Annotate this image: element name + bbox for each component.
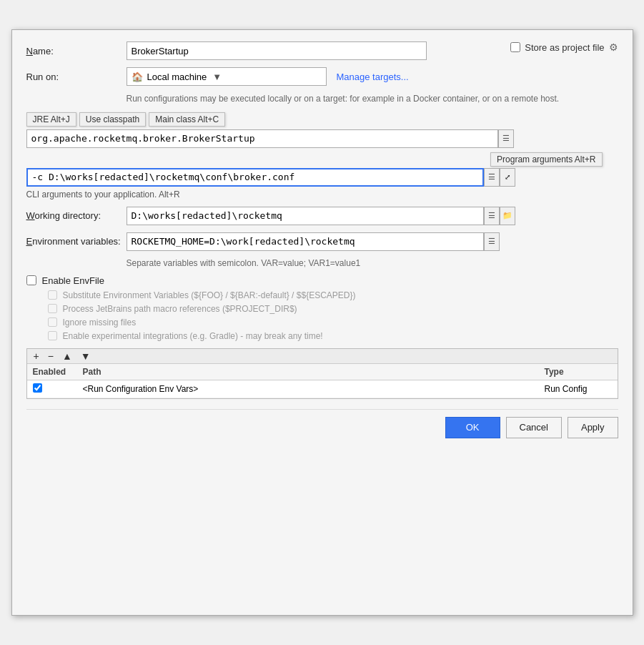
store-as-project-checkbox[interactable] bbox=[510, 42, 520, 52]
prog-args-browse-btn[interactable]: ☰ bbox=[484, 168, 500, 187]
col-header-path: Path bbox=[77, 364, 539, 380]
sub1-row: Substitute Environment Variables (${FOO}… bbox=[48, 290, 618, 300]
cancel-button[interactable]: Cancel bbox=[506, 417, 562, 438]
local-machine-text: Local machine bbox=[147, 72, 207, 82]
main-class-browse-btn[interactable]: ☰ bbox=[498, 129, 514, 148]
store-row: Store as project file ⚙ bbox=[510, 41, 618, 53]
sub2-label: Process JetBrains path macro references … bbox=[63, 304, 297, 314]
env-vars-browse-btn[interactable]: ☰ bbox=[484, 232, 500, 251]
tooltip-row: JRE Alt+J Use classpath Main class Alt+C bbox=[26, 112, 618, 127]
env-vars-field: ☰ bbox=[127, 232, 500, 251]
house-icon: 🏠 bbox=[132, 72, 143, 82]
run-config-dialog: Store as project file ⚙ Name: Run on: 🏠 … bbox=[11, 29, 633, 616]
row-enabled-checkbox[interactable] bbox=[33, 383, 42, 393]
enable-envfile-row: Enable EnvFile bbox=[26, 275, 618, 286]
store-label: Store as project file bbox=[525, 42, 604, 53]
table-cell-type: Run Config bbox=[539, 381, 618, 397]
prog-args-expand-btn[interactable]: ⤢ bbox=[500, 168, 515, 187]
env-file-table: + − ▲ ▼ Enabled Path Type <Run Configura… bbox=[26, 348, 618, 399]
env-vars-input[interactable] bbox=[127, 232, 484, 251]
working-dir-input[interactable] bbox=[127, 207, 484, 225]
main-class-input[interactable] bbox=[26, 129, 498, 148]
table-cell-path: <Run Configuration Env Vars> bbox=[77, 381, 539, 397]
col-header-type: Type bbox=[539, 364, 618, 380]
use-classpath-tooltip[interactable]: Use classpath bbox=[79, 112, 146, 127]
working-dir-row: Working directory: ☰ 📁 bbox=[26, 207, 618, 225]
enable-envfile-label: Enable EnvFile bbox=[42, 275, 104, 286]
sub1-label: Substitute Environment Variables (${FOO}… bbox=[63, 290, 356, 300]
gear-icon[interactable]: ⚙ bbox=[609, 41, 618, 53]
table-remove-btn[interactable]: − bbox=[46, 351, 56, 361]
sub4-checkbox[interactable] bbox=[48, 331, 57, 340]
table-add-btn[interactable]: + bbox=[31, 351, 41, 361]
hint-text: Run configurations may be executed local… bbox=[127, 93, 618, 105]
run-on-dropdown[interactable]: 🏠 Local machine ▼ bbox=[127, 67, 327, 86]
main-class-row: ☰ bbox=[26, 129, 618, 148]
program-args-row: ☰ ⤢ bbox=[26, 168, 618, 187]
table-header: Enabled Path Type bbox=[27, 364, 618, 380]
name-input[interactable] bbox=[127, 41, 427, 60]
sub3-label: Ignore missing files bbox=[63, 317, 137, 328]
main-class-tooltip[interactable]: Main class Alt+C bbox=[149, 112, 225, 127]
table-toolbar: + − ▲ ▼ bbox=[27, 349, 618, 364]
run-on-row: Run on: 🏠 Local machine ▼ Manage targets… bbox=[26, 67, 618, 86]
working-dir-folder-btn[interactable]: 📁 bbox=[500, 207, 515, 225]
sub2-checkbox[interactable] bbox=[48, 304, 57, 313]
run-on-label: Run on: bbox=[26, 72, 127, 82]
sub3-checkbox[interactable] bbox=[48, 317, 57, 327]
name-label: Name: bbox=[26, 46, 127, 56]
table-move-up-btn[interactable]: ▲ bbox=[60, 351, 74, 361]
sub4-label: Enable experimental integrations (e.g. G… bbox=[63, 331, 323, 341]
ok-button[interactable]: OK bbox=[445, 417, 500, 438]
chevron-down-icon: ▼ bbox=[212, 72, 222, 82]
working-dir-browse-btn[interactable]: ☰ bbox=[484, 207, 500, 225]
sub1-checkbox[interactable] bbox=[48, 290, 57, 300]
sub2-row: Process JetBrains path macro references … bbox=[48, 304, 618, 314]
apply-button[interactable]: Apply bbox=[568, 417, 618, 438]
env-vars-row: Environment variables: ☰ bbox=[26, 232, 618, 251]
table-row[interactable]: <Run Configuration Env Vars> Run Config bbox=[27, 380, 618, 398]
sub4-row: Enable experimental integrations (e.g. G… bbox=[48, 331, 618, 341]
env-vars-label: Environment variables: bbox=[26, 236, 127, 247]
cli-hint: CLI arguments to your application. Alt+R bbox=[26, 189, 618, 200]
sub3-row: Ignore missing files bbox=[48, 317, 618, 328]
col-header-enabled: Enabled bbox=[27, 364, 77, 380]
prog-args-tooltip-row: Program arguments Alt+R bbox=[26, 152, 618, 167]
tooltips-area: JRE Alt+J Use classpath Main class Alt+C bbox=[26, 112, 618, 127]
env-hint: Separate variables with semicolon. VAR=v… bbox=[127, 258, 618, 268]
table-move-down-btn[interactable]: ▼ bbox=[79, 351, 93, 361]
program-args-tooltip[interactable]: Program arguments Alt+R bbox=[490, 152, 602, 167]
working-dir-field: ☰ 📁 bbox=[127, 207, 515, 225]
table-cell-enabled bbox=[27, 380, 77, 398]
bottom-buttons: OK Cancel Apply bbox=[26, 409, 618, 438]
program-args-input[interactable] bbox=[26, 168, 484, 187]
working-dir-label: Working directory: bbox=[26, 210, 127, 221]
enable-envfile-checkbox[interactable] bbox=[26, 275, 36, 285]
manage-targets-link[interactable]: Manage targets... bbox=[337, 72, 409, 82]
jre-tooltip[interactable]: JRE Alt+J bbox=[26, 112, 76, 127]
